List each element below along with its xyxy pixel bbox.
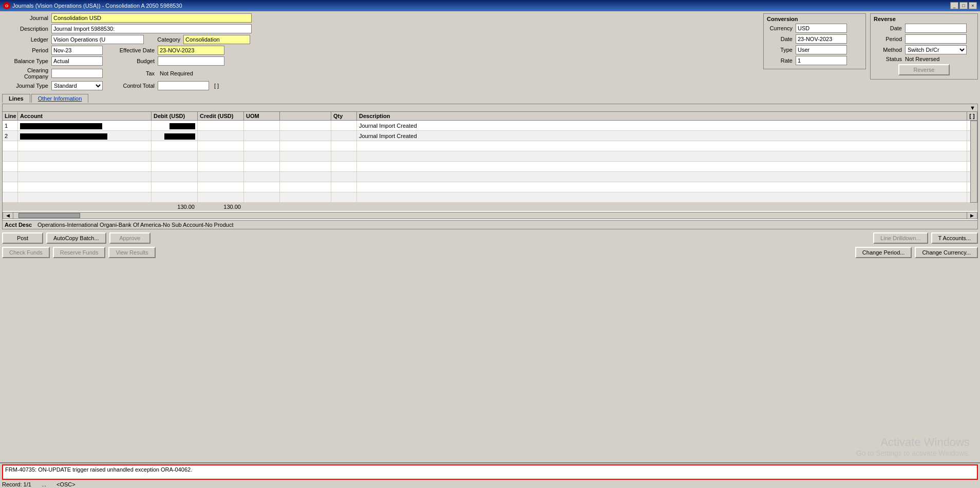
status-error-box: FRM-40735: ON-UPDATE trigger raised unha… — [2, 464, 978, 480]
cell-account-2 — [18, 131, 152, 141]
minimize-button[interactable]: _ — [950, 2, 958, 9]
app-icon: O — [3, 2, 10, 9]
period-input[interactable] — [51, 46, 103, 55]
rev-period-input[interactable] — [905, 34, 967, 44]
cell-uom-2 — [244, 131, 280, 141]
hscroll-right-arrow[interactable]: ▶ — [967, 212, 977, 219]
col-header-extra: [ ] — [967, 112, 977, 120]
conv-rate-input[interactable] — [796, 56, 847, 65]
rev-period-row: Period — [874, 34, 974, 44]
hscrollbar-thumb — [18, 213, 80, 218]
tab-other-information[interactable]: Other Information — [31, 94, 89, 103]
category-input[interactable] — [183, 35, 250, 44]
conv-date-input[interactable] — [796, 34, 847, 44]
lines-grid: ▼ Line Account Debit (USD) Credit (USD) … — [2, 104, 978, 229]
reverse-button[interactable]: Reverse — [898, 64, 950, 75]
cell-qty-2 — [331, 131, 357, 141]
control-total-input[interactable] — [158, 81, 209, 90]
conversion-section: Conversion Currency Date Type Rate — [763, 13, 866, 69]
col-header-qty: Qty — [331, 112, 357, 120]
close-button[interactable]: × — [969, 2, 977, 9]
cell-desc-1: Journal Import Created — [357, 121, 967, 131]
title-bar: O Journals (Vision Operations (USA)) - C… — [0, 0, 980, 11]
change-currency-button[interactable]: Change Currency... — [915, 247, 978, 258]
watermark-line2: Go to Settings to activate Windows. — [856, 449, 970, 457]
rev-status-row: Status Not Reversed — [874, 56, 974, 62]
table-row[interactable] — [3, 182, 977, 192]
table-row[interactable] — [3, 141, 977, 151]
rev-method-label: Method — [874, 47, 902, 53]
conv-type-input[interactable] — [796, 45, 847, 54]
view-results-button[interactable]: View Results — [108, 247, 155, 258]
t-accounts-button[interactable]: T Accounts... — [931, 232, 978, 244]
ledger-input[interactable] — [51, 35, 144, 44]
effective-date-label: Effective Date — [106, 47, 155, 53]
redacted-debit-1 — [169, 123, 195, 129]
rev-period-label: Period — [874, 36, 902, 42]
reserve-funds-button[interactable]: Reserve Funds — [53, 247, 106, 258]
table-row[interactable] — [3, 172, 977, 182]
windows-watermark: Activate Windows Go to Settings to activ… — [856, 436, 970, 457]
cell-line-2: 2 — [3, 131, 18, 141]
conversion-title: Conversion — [767, 16, 862, 22]
redacted-account-2 — [20, 133, 107, 140]
col-header-code — [280, 112, 331, 120]
effective-date-input[interactable] — [158, 46, 224, 55]
col-header-uom: UOM — [244, 112, 280, 120]
journal-type-select[interactable]: Standard — [51, 81, 103, 90]
approve-button[interactable]: Approve — [109, 232, 150, 244]
autocopy-batch-button[interactable]: AutoCopy Batch... — [46, 232, 106, 244]
conv-currency-label: Currency — [767, 25, 793, 31]
col-header-credit: Credit (USD) — [198, 112, 244, 120]
balance-type-input[interactable] — [51, 56, 103, 66]
tax-label: Tax — [106, 70, 155, 76]
clearing-company-label: Clearing Company — [2, 67, 48, 80]
rev-date-label: Date — [874, 25, 902, 31]
rev-method-select[interactable]: Switch Dr/Cr — [905, 45, 967, 54]
rev-date-input[interactable] — [905, 24, 967, 33]
clearing-company-input[interactable] — [51, 69, 103, 78]
table-row[interactable]: 1 Journal Import Created — [3, 121, 977, 131]
hscroll-left-arrow[interactable]: ◀ — [3, 212, 13, 219]
redacted-debit-2 — [164, 133, 195, 140]
window-controls[interactable]: _ □ × — [950, 2, 977, 9]
status-bar-bottom: Record: 1/1 ... <OSC> — [0, 481, 980, 488]
acct-desc-value: Operations-International Organi-Bank Of … — [37, 222, 234, 228]
watermark-line1: Activate Windows — [856, 436, 970, 449]
post-button[interactable]: Post — [2, 232, 43, 244]
conv-date-label: Date — [767, 36, 793, 42]
rev-method-row: Method Switch Dr/Cr — [874, 45, 974, 54]
cell-uom-1 — [244, 121, 280, 131]
reverse-section: Reverse Date Period Method Switch Dr/Cr … — [870, 13, 978, 80]
line-drilldown-button[interactable]: Line Drilldown... — [873, 232, 928, 244]
tabs-row: Lines Other Information — [2, 94, 978, 103]
cell-code-2 — [280, 131, 331, 141]
grid-vscrollbar[interactable] — [970, 121, 977, 203]
status-record: Record: 1/1 — [2, 481, 31, 487]
rev-status-value: Not Reversed — [905, 56, 939, 62]
grid-hscrollbar[interactable]: ▶ ◀ — [3, 212, 977, 219]
budget-input[interactable] — [158, 56, 224, 66]
maximize-button[interactable]: □ — [959, 2, 968, 9]
table-row[interactable] — [3, 151, 977, 162]
cell-credit-1 — [198, 121, 244, 131]
description-label: Description — [2, 26, 48, 32]
status-dots: ... — [42, 481, 46, 487]
grid-collapse-icon[interactable]: ▼ — [970, 105, 975, 111]
change-period-button[interactable]: Change Period... — [855, 247, 912, 258]
credit-total: 130.00 — [198, 204, 244, 210]
budget-label: Budget — [106, 58, 155, 64]
description-row: Description — [2, 24, 759, 33]
table-row[interactable] — [3, 162, 977, 172]
tab-lines[interactable]: Lines — [2, 94, 30, 103]
conv-currency-input[interactable] — [796, 24, 847, 33]
table-row[interactable] — [3, 192, 977, 203]
check-funds-button[interactable]: Check Funds — [2, 247, 50, 258]
tax-value: Not Required — [158, 70, 193, 76]
journal-input[interactable] — [51, 13, 252, 23]
status-error-text: FRM-40735: ON-UPDATE trigger raised unha… — [5, 466, 192, 473]
journal-row: Journal — [2, 13, 759, 23]
table-row[interactable]: 2 Journal Import Created — [3, 131, 977, 141]
buttons-row-2: Check Funds Reserve Funds View Results C… — [2, 247, 978, 258]
description-input[interactable] — [51, 24, 252, 33]
